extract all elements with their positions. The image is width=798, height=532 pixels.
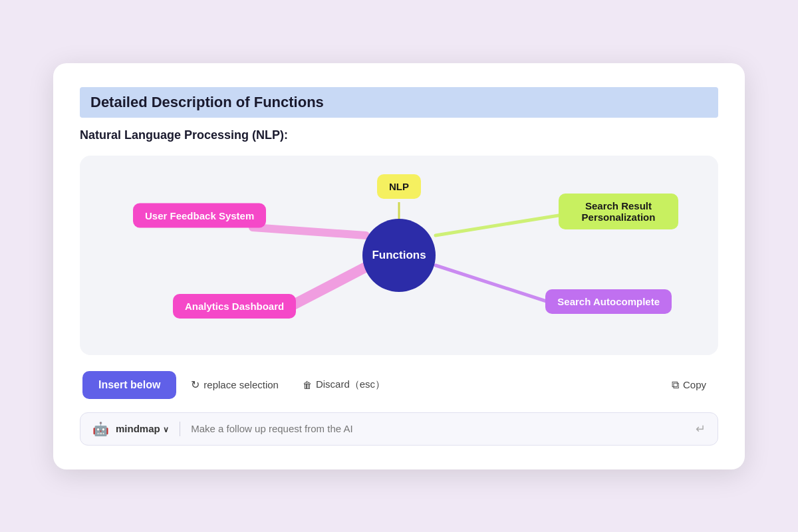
insert-below-button[interactable]: Insert below	[82, 371, 176, 399]
mindmap-node-nlp: NLP	[377, 174, 421, 199]
action-bar: Insert below replace selection Discard（e…	[80, 371, 718, 399]
svg-line-4	[436, 265, 559, 305]
copy-icon	[672, 379, 679, 391]
svg-line-2	[286, 265, 369, 309]
doc-title: Detailed Description of Functions	[80, 87, 718, 118]
discard-button[interactable]: Discard（esc）	[293, 372, 394, 398]
ai-icon: 🤖	[92, 421, 109, 437]
mindmap-center: Functions	[362, 219, 436, 292]
mindmap-node-feedback: User Feedback System	[133, 203, 266, 227]
mindmap-node-search-result: Search Result Personalization	[559, 194, 678, 229]
main-card: Detailed Description of Functions Natura…	[53, 63, 745, 469]
mindmap-node-analytics: Analytics Dashboard	[173, 294, 296, 319]
input-divider	[180, 422, 181, 436]
followup-bar: 🤖 mindmap	[80, 412, 718, 446]
mindmap-container: Functions NLP User Feedback System Analy…	[80, 156, 718, 355]
copy-button[interactable]: Copy	[662, 372, 716, 398]
followup-input[interactable]	[191, 423, 689, 434]
svg-line-3	[436, 215, 559, 235]
doc-subtitle: Natural Language Processing (NLP):	[80, 128, 718, 142]
mode-selector[interactable]: mindmap	[116, 423, 169, 434]
chevron-down-icon	[163, 423, 169, 434]
enter-icon[interactable]	[696, 422, 706, 436]
trash-icon	[303, 379, 312, 390]
svg-line-1	[253, 227, 366, 235]
replace-icon	[191, 378, 200, 391]
replace-selection-button[interactable]: replace selection	[182, 372, 288, 398]
mindmap-node-autocomplete: Search Autocomplete	[545, 289, 672, 314]
